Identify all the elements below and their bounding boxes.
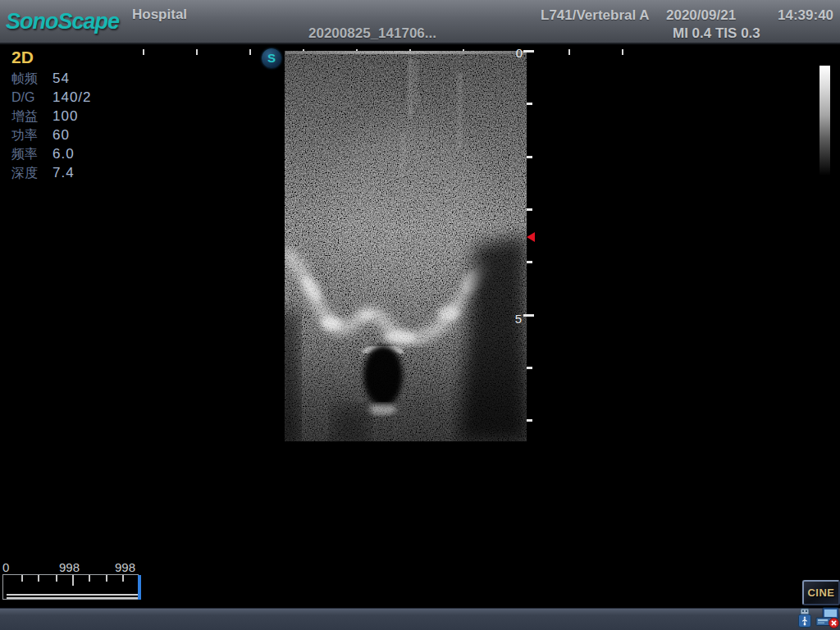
- ruler-tick: [568, 49, 570, 55]
- cine-ruler-tick: [21, 575, 23, 582]
- sonoscape-logo: SonoScape: [6, 9, 119, 34]
- bottom-status-bar: [0, 608, 840, 630]
- probe-orientation-marker: S: [262, 48, 281, 68]
- param-row: 频率6.0: [11, 144, 126, 163]
- param-label: 功率: [11, 126, 52, 144]
- cine-ruler-tick: [89, 575, 90, 582]
- top-bar: SonoScape Hospital 20200825_141706... L7…: [0, 0, 840, 44]
- cine-position-cursor[interactable]: [138, 575, 141, 600]
- cine-ruler-tick: [72, 575, 74, 586]
- param-label: 增益: [11, 107, 52, 126]
- depth-ruler-tick: [527, 419, 532, 422]
- cine-ruler-tick: [56, 575, 57, 582]
- param-label: 深度: [11, 163, 52, 182]
- depth-ruler-tick: [527, 208, 532, 211]
- cine-scrub-bar[interactable]: [2, 574, 139, 600]
- cine-ruler-tick: [106, 575, 107, 582]
- param-row: 功率60: [11, 126, 126, 144]
- cine-button[interactable]: CINE: [802, 580, 840, 605]
- depth-ruler-tick: [527, 261, 532, 263]
- param-row: 增益100: [11, 107, 126, 126]
- acoustic-indices: MI 0.4 TIS 0.3: [673, 25, 760, 42]
- depth-label-5: 5: [512, 312, 522, 326]
- ruler-tick: [622, 49, 623, 55]
- exam-time: 14:39:40: [778, 7, 833, 24]
- cine-total-frames: 998: [115, 560, 135, 574]
- hospital-name: Hospital: [132, 7, 187, 23]
- param-label: 帧频: [11, 69, 52, 88]
- cine-start-frame: 0: [2, 560, 9, 574]
- param-row: 帧频54: [11, 69, 126, 88]
- cine-ruler-tick: [38, 575, 39, 582]
- param-row: 深度7.4: [11, 163, 126, 182]
- depth-label-0: 0: [513, 46, 523, 60]
- mode-label-2d: 2D: [11, 48, 34, 67]
- param-value: 60: [52, 127, 70, 143]
- exam-id: 20200825_141706...: [308, 25, 436, 42]
- depth-ruler-tick: [523, 314, 534, 317]
- cine-ruler-tick: [122, 575, 124, 582]
- param-label: 频率: [11, 144, 52, 163]
- cine-current-frame: 998: [59, 560, 80, 574]
- depth-ruler-tick: [527, 367, 532, 369]
- probe-preset: L741/Vertebral A: [541, 7, 650, 24]
- ruler-tick: [249, 49, 251, 55]
- param-value: 6.0: [52, 146, 75, 162]
- depth-ruler-tick: [527, 103, 532, 105]
- ruler-tick: [196, 49, 198, 55]
- param-label: D/G: [11, 88, 52, 107]
- cine-track-line: [7, 594, 141, 596]
- grayscale-bar: [819, 66, 830, 176]
- ultrasound-image[interactable]: [285, 51, 527, 441]
- depth-ruler-tick: [523, 50, 534, 52]
- ultrasound-console-screen: SonoScape Hospital 20200825_141706... L7…: [0, 0, 840, 630]
- cine-track-line: [7, 597, 141, 599]
- usb-drive-icon[interactable]: [797, 608, 813, 628]
- param-row: D/G140/2: [11, 88, 126, 107]
- param-value: 100: [52, 108, 78, 124]
- param-value: 140/2: [52, 89, 92, 105]
- network-offline-icon[interactable]: [815, 607, 840, 629]
- param-rows: 帧频54D/G140/2增益100功率60频率6.0深度7.4: [11, 69, 126, 182]
- exam-date: 2020/09/21: [666, 7, 736, 24]
- param-value: 54: [52, 71, 70, 86]
- param-value: 7.4: [52, 165, 75, 180]
- focus-position-marker[interactable]: [527, 232, 535, 242]
- depth-ruler-tick: [527, 156, 532, 158]
- ruler-tick: [143, 49, 144, 55]
